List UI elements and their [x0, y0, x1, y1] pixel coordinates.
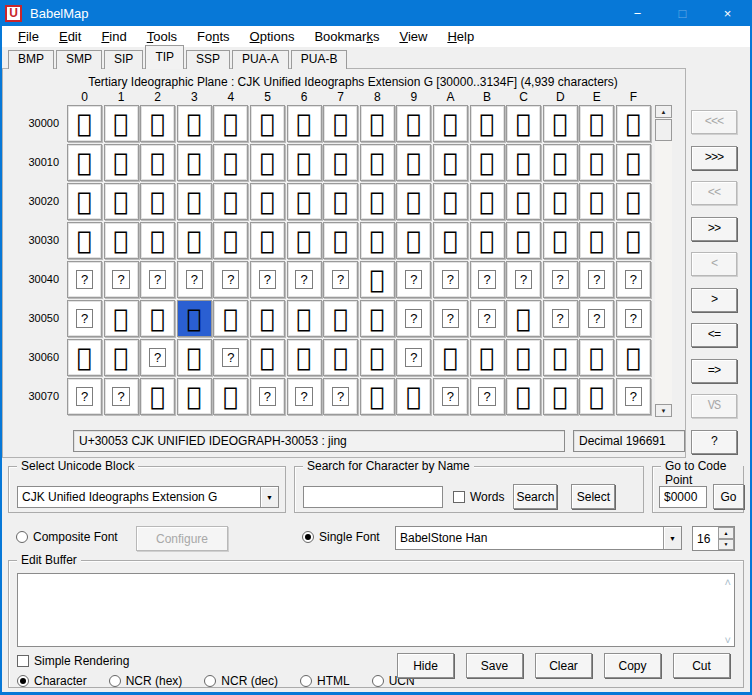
char-cell[interactable]: 𰀦 [287, 183, 322, 220]
search-input[interactable] [303, 486, 443, 508]
char-cell[interactable]: 𰀢 [140, 183, 175, 220]
char-cell[interactable]: 𰀍 [543, 105, 578, 142]
copy-button[interactable]: Copy [604, 653, 661, 678]
char-cell[interactable]: 𰁽 [543, 378, 578, 415]
close-button[interactable]: × [705, 0, 750, 26]
char-cell[interactable]: 𰀕 [250, 144, 285, 181]
char-cell[interactable]: ? [250, 261, 285, 298]
char-cell[interactable]: 𰁕 [250, 300, 285, 337]
char-cell[interactable]: ? [140, 339, 175, 376]
char-cell[interactable]: 𰀈 [360, 105, 395, 142]
char-cell[interactable]: 𰀯 [616, 183, 651, 220]
char-cell[interactable]: ? [104, 378, 139, 415]
chevron-down-icon[interactable]: ▼ [260, 487, 278, 507]
char-cell[interactable]: 𰀅 [250, 105, 285, 142]
char-cell[interactable]: 𰀀 [67, 105, 102, 142]
char-cell[interactable]: ? [323, 261, 358, 298]
char-cell[interactable]: 𰁧 [323, 339, 358, 376]
char-cell[interactable]: ? [470, 300, 505, 337]
single-font-radio[interactable] [302, 531, 314, 543]
char-cell[interactable]: 𰁮 [579, 339, 614, 376]
font-dropdown[interactable]: BabelStone Han ▼ [395, 526, 682, 550]
char-cell[interactable]: 𰀉 [396, 105, 431, 142]
char-cell[interactable]: 𰀲 [140, 222, 175, 259]
tab-smp[interactable]: SMP [56, 50, 102, 69]
char-cell[interactable]: 𰀇 [323, 105, 358, 142]
words-checkbox-row[interactable]: Words [453, 490, 504, 504]
char-cell[interactable]: 𰀖 [287, 144, 322, 181]
char-cell[interactable]: 𰁒 [140, 300, 175, 337]
char-cell[interactable]: 𰀗 [323, 144, 358, 181]
char-cell[interactable]: 𰁥 [250, 339, 285, 376]
menu-item-view[interactable]: View [389, 26, 437, 47]
char-cell[interactable]: 𰀷 [323, 222, 358, 259]
char-cell[interactable]: 𰀧 [323, 183, 358, 220]
char-cell[interactable]: 𰀐 [67, 144, 102, 181]
menu-item-fonts[interactable]: Fonts [187, 26, 240, 47]
code-point-input[interactable] [659, 486, 707, 508]
format-radio-ucn[interactable] [372, 675, 384, 687]
hide-button[interactable]: Hide [397, 653, 454, 678]
scroll-up-button[interactable]: ▲ [655, 105, 672, 118]
char-cell[interactable]: 𰀚 [433, 144, 468, 181]
format-radio-row[interactable]: HTML [300, 674, 350, 688]
char-cell[interactable]: ? [250, 378, 285, 415]
char-cell[interactable]: 𰁴 [213, 378, 248, 415]
char-cell[interactable]: ? [67, 378, 102, 415]
char-cell[interactable]: 𰀵 [250, 222, 285, 259]
char-cell[interactable]: 𰀄 [213, 105, 248, 142]
char-cell[interactable]: 𰁸 [360, 378, 395, 415]
char-cell[interactable]: 𰀝 [543, 144, 578, 181]
char-cell[interactable]: 𰁨 [360, 339, 395, 376]
char-cell[interactable]: 𰀨 [360, 183, 395, 220]
title-bar[interactable]: U BabelMap − □ × [0, 0, 752, 26]
char-cell[interactable]: 𰁈 [360, 261, 395, 298]
char-cell[interactable]: 𰀂 [140, 105, 175, 142]
char-cell[interactable]: 𰀋 [470, 105, 505, 142]
char-cell[interactable]: 𰀤 [213, 183, 248, 220]
char-cell[interactable]: 𰀛 [470, 144, 505, 181]
char-cell[interactable]: 𰀥 [250, 183, 285, 220]
char-cell[interactable]: ? [213, 261, 248, 298]
char-cell[interactable]: 𰁔 [213, 300, 248, 337]
char-cell[interactable]: ? [579, 300, 614, 337]
char-cell[interactable]: 𰁗 [323, 300, 358, 337]
char-cell[interactable]: 𰀿 [616, 222, 651, 259]
char-cell[interactable]: 𰀺 [433, 222, 468, 259]
char-cell[interactable]: 𰁖 [287, 300, 322, 337]
char-cell[interactable]: ? [67, 261, 102, 298]
char-cell[interactable]: ? [104, 261, 139, 298]
menu-item-edit[interactable]: Edit [49, 26, 91, 47]
char-cell[interactable]: 𰀒 [140, 144, 175, 181]
char-cell[interactable]: 𰀏 [616, 105, 651, 142]
nav-button-[interactable]: => [691, 359, 737, 383]
textarea-scroll-up-icon[interactable]: ˄ [725, 577, 731, 587]
format-radio-html[interactable] [300, 675, 312, 687]
char-cell[interactable]: 𰀆 [287, 105, 322, 142]
char-cell[interactable]: ? [177, 261, 212, 298]
char-cell[interactable]: ? [396, 339, 431, 376]
char-cell[interactable]: ? [287, 261, 322, 298]
menu-item-file[interactable]: File [8, 26, 49, 47]
char-cell[interactable]: ? [433, 300, 468, 337]
char-cell[interactable]: ? [470, 261, 505, 298]
char-cell[interactable]: 𰁳 [177, 378, 212, 415]
char-cell[interactable]: 𰀽 [543, 222, 578, 259]
format-radio-ncrdec[interactable] [204, 675, 216, 687]
char-cell[interactable]: ? [470, 378, 505, 415]
nav-button-[interactable]: <= [691, 323, 737, 347]
char-cell[interactable]: ? [67, 300, 102, 337]
nav-button-[interactable]: > [691, 288, 737, 312]
menu-item-bookmarks[interactable]: Bookmarks [304, 26, 389, 47]
char-cell[interactable]: ? [579, 261, 614, 298]
nav-button-[interactable]: ? [691, 430, 737, 454]
format-radio-character[interactable] [17, 675, 29, 687]
char-cell[interactable]: ? [213, 339, 248, 376]
char-cell[interactable]: 𰀓 [177, 144, 212, 181]
char-cell[interactable]: 𰀪 [433, 183, 468, 220]
tab-tip[interactable]: TIP [145, 45, 184, 69]
cut-button[interactable]: Cut [673, 653, 730, 678]
char-cell[interactable]: ? [616, 261, 651, 298]
char-cell[interactable]: 𰀊 [433, 105, 468, 142]
char-cell[interactable]: ? [433, 261, 468, 298]
